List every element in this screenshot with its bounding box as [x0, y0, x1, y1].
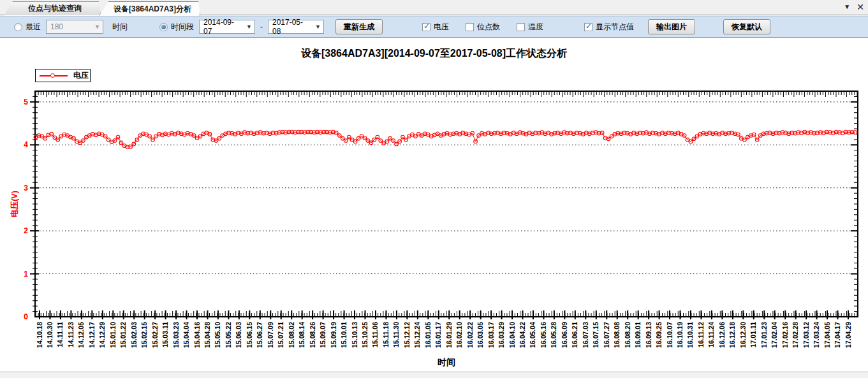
svg-text:14.10.30: 14.10.30 [46, 322, 54, 348]
svg-text:15.06.27: 15.06.27 [256, 322, 263, 348]
range-end-value: 2017-05-08 [272, 18, 311, 36]
svg-text:17.04.29: 17.04.29 [844, 322, 852, 348]
svg-text:15.11.06: 15.11.06 [371, 322, 379, 347]
svg-text:电压(V): 电压(V) [10, 191, 19, 217]
svg-text:1: 1 [24, 270, 28, 279]
svg-text:15.09.07: 15.09.07 [319, 322, 327, 348]
svg-text:16.03.29: 16.03.29 [497, 322, 505, 348]
tab-track-query[interactable]: 位点与轨迹查询 [4, 1, 101, 15]
temperature-checkbox-label: 温度 [528, 22, 543, 33]
svg-text:16.09.13: 16.09.13 [645, 322, 652, 348]
recent-count-value: 180 [50, 22, 63, 31]
svg-text:16.12.18: 16.12.18 [728, 322, 736, 348]
svg-text:14.11.23: 14.11.23 [67, 322, 75, 347]
toolbar: 最近 180 ▼ 时间 时间段 2014-09-07 ▼ - 2017-05-0… [0, 16, 868, 38]
svg-text:16.12.06: 16.12.06 [718, 322, 726, 348]
svg-text:16.12.30: 16.12.30 [739, 322, 747, 348]
svg-text:17.02.04: 17.02.04 [770, 322, 778, 348]
svg-text:15.07.21: 15.07.21 [277, 322, 284, 348]
svg-text:14.12.29: 14.12.29 [98, 322, 106, 348]
svg-text:15.10.01: 15.10.01 [340, 322, 348, 348]
svg-text:15.04.28: 15.04.28 [203, 322, 211, 348]
recent-radio[interactable] [14, 23, 22, 31]
svg-text:16.05.16: 16.05.16 [540, 322, 547, 348]
svg-text:16.04.10: 16.04.10 [508, 322, 516, 348]
svg-text:16.02.22: 16.02.22 [466, 322, 474, 348]
svg-text:16.01.05: 16.01.05 [424, 322, 432, 348]
svg-text:0: 0 [24, 312, 28, 321]
svg-text:17.01.11: 17.01.11 [749, 322, 757, 347]
chart-title: 设备[3864AD7A3][2014-09-07至2017-05-08]工作状态… [0, 47, 868, 61]
status-bar [0, 372, 868, 378]
chart-legend: 电压 [35, 69, 91, 82]
tab-strip: 位点与轨迹查询 设备[3864AD7A3]分析 ▼ ✕ [0, 0, 868, 15]
tab-label: 位点与轨迹查询 [28, 3, 82, 14]
svg-text:16.02.10: 16.02.10 [455, 322, 463, 348]
voltage-chart: 01234514.10.1814.10.3014.11.1114.11.2314… [0, 38, 868, 372]
range-start-combo[interactable]: 2014-09-07 ▼ [199, 20, 255, 34]
svg-text:16.10.07: 16.10.07 [666, 322, 673, 348]
svg-text:15.07.09: 15.07.09 [267, 322, 274, 348]
svg-text:16.08.08: 16.08.08 [613, 322, 621, 348]
svg-text:16.06.09: 16.06.09 [561, 322, 568, 348]
svg-text:16.10.31: 16.10.31 [686, 322, 694, 348]
recent-count-combo[interactable]: 180 ▼ [46, 20, 103, 34]
svg-text:15.12.12: 15.12.12 [403, 322, 411, 348]
svg-text:15.01.22: 15.01.22 [119, 322, 127, 348]
svg-text:15.01.10: 15.01.10 [109, 322, 117, 348]
svg-text:17.04.17: 17.04.17 [834, 322, 841, 348]
position-count-checkbox[interactable] [466, 23, 474, 31]
show-node-values-checkbox[interactable] [584, 23, 592, 31]
svg-text:16.09.25: 16.09.25 [655, 322, 663, 348]
chart-panel: 01234514.10.1814.10.3014.11.1114.11.2314… [0, 38, 868, 372]
svg-text:15.05.10: 15.05.10 [214, 322, 221, 348]
svg-text:4: 4 [24, 140, 28, 149]
svg-text:16.07.15: 16.07.15 [592, 322, 600, 348]
voltage-checkbox[interactable] [422, 23, 430, 31]
svg-text:15.04.16: 15.04.16 [193, 322, 201, 348]
svg-text:14.11.11: 14.11.11 [56, 322, 64, 347]
svg-text:17.02.28: 17.02.28 [791, 322, 799, 348]
svg-text:5: 5 [24, 98, 28, 106]
svg-text:15.11.18: 15.11.18 [382, 322, 390, 347]
voltage-checkbox-label: 电压 [434, 22, 449, 33]
svg-text:15.02.03: 15.02.03 [130, 322, 138, 348]
svg-text:14.10.18: 14.10.18 [36, 322, 43, 348]
svg-text:15.06.15: 15.06.15 [246, 322, 253, 348]
svg-text:16.08.20: 16.08.20 [624, 322, 631, 348]
recent-unit-label: 时间 [112, 22, 128, 33]
svg-text:16.07.27: 16.07.27 [603, 322, 610, 348]
svg-text:2: 2 [24, 226, 28, 235]
svg-text:15.06.03: 15.06.03 [235, 322, 242, 348]
svg-text:15.03.11: 15.03.11 [161, 322, 169, 347]
svg-text:16.07.03: 16.07.03 [582, 322, 589, 348]
svg-text:14.12.17: 14.12.17 [88, 322, 96, 348]
reset-default-button[interactable]: 恢复默认 [723, 19, 770, 34]
legend-marker-icon [50, 73, 55, 78]
svg-text:16.03.05: 16.03.05 [476, 322, 484, 348]
svg-text:16.05.28: 16.05.28 [550, 322, 557, 348]
svg-text:16.05.04: 16.05.04 [529, 322, 536, 348]
svg-text:15.10.13: 15.10.13 [351, 322, 358, 348]
svg-text:16.11.12: 16.11.12 [697, 322, 705, 347]
svg-text:17.01.23: 17.01.23 [760, 322, 768, 348]
range-radio[interactable] [159, 23, 168, 31]
close-icon[interactable]: ✕ [857, 3, 864, 11]
regenerate-button[interactable]: 重新生成 [335, 19, 383, 34]
range-start-value: 2014-09-07 [203, 18, 242, 36]
svg-text:17.04.05: 17.04.05 [823, 322, 831, 348]
position-count-checkbox-label: 位点数 [477, 22, 500, 33]
range-end-combo[interactable]: 2017-05-08 ▼ [268, 20, 324, 34]
tab-list-icon[interactable]: ▼ [844, 3, 850, 11]
svg-text:16.04.22: 16.04.22 [519, 322, 526, 348]
svg-text:16.06.21: 16.06.21 [571, 322, 578, 348]
svg-text:15.08.02: 15.08.02 [288, 322, 295, 348]
svg-text:16.01.29: 16.01.29 [445, 322, 453, 348]
tab-device-analysis[interactable]: 设备[3864AD7A3]分析 [99, 1, 200, 16]
show-node-values-checkbox-label: 显示节点值 [596, 22, 634, 33]
export-image-button[interactable]: 输出图片 [648, 19, 695, 34]
recent-radio-label: 最近 [26, 22, 41, 33]
temperature-checkbox[interactable] [517, 23, 525, 31]
svg-text:15.11.30: 15.11.30 [392, 322, 400, 347]
svg-text:15.03.23: 15.03.23 [172, 322, 180, 348]
